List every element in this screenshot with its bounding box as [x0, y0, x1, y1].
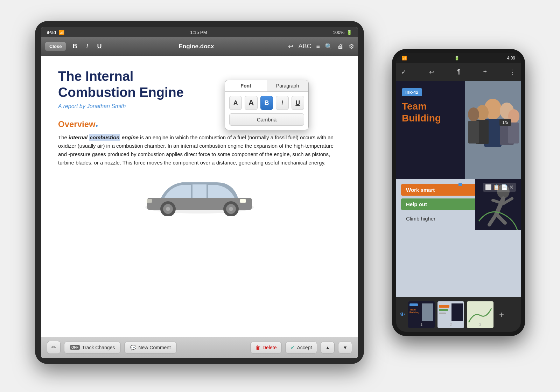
phone-time: 4:09 [507, 56, 515, 61]
doc-highlighted-text: combustion [89, 134, 120, 141]
svg-point-8 [229, 207, 233, 211]
status-right: 100% 🔋 [333, 30, 352, 35]
delete-button[interactable]: 🗑 Delete [250, 342, 282, 354]
status-time: 1:15 PM [190, 30, 207, 35]
status-left: iPad 📶 [47, 30, 64, 35]
font-format-row: A A B I U [229, 96, 304, 110]
slide-title-line1: Team [402, 100, 459, 112]
underline-button[interactable]: U [94, 41, 104, 51]
doc-bold-text: internal [69, 134, 88, 140]
font-bold-btn[interactable]: B [260, 96, 273, 110]
spell-check-icon[interactable]: ABC [298, 43, 311, 50]
track-changes-label: Track Changes [82, 345, 115, 350]
accept-button[interactable]: ✔ Accept [285, 342, 317, 354]
up-arrow-button[interactable]: ▲ [321, 342, 335, 354]
phone-main-content: 1/5 Ink-42 Team Building [396, 81, 521, 332]
tablet-bottom-toolbar: ✏ OFF Track Changes 💬 New Comment 🗑 Dele… [41, 337, 358, 358]
doc-italic-text: engine [122, 134, 139, 140]
svg-rect-19 [468, 121, 479, 144]
wifi-icon: 📶 [59, 30, 64, 35]
font-name-display[interactable]: Cambria [229, 113, 304, 126]
doc-title-line2: Combustion Engine [58, 85, 184, 100]
svg-rect-10 [146, 199, 152, 203]
battery-label: 100% [333, 30, 344, 35]
slide-content-left: Ink-42 Team Building [396, 81, 465, 179]
svg-text:Building: Building [410, 311, 419, 314]
track-changes-button[interactable]: OFF Track Changes [64, 342, 121, 354]
battery-icon: 🔋 [346, 30, 352, 35]
font-popup-body: A A B I U Cambria [225, 92, 308, 130]
slide-photo [465, 81, 521, 179]
svg-rect-30 [410, 303, 418, 306]
comment-icon: 💬 [130, 345, 136, 350]
font-popup-tabs: Font Paragraph [225, 80, 308, 92]
scene: iPad 📶 1:15 PM 100% 🔋 Close B I U Engine… [35, 21, 525, 371]
paste-icon[interactable]: 📄 [501, 184, 508, 190]
more-tool-icon[interactable]: ⋮ [510, 68, 516, 76]
slide-main-title: Team Building [402, 100, 459, 124]
font-size-increase-btn[interactable]: A [245, 96, 257, 110]
italic-button[interactable]: I [83, 41, 91, 51]
crop-icon[interactable]: ⬜ [485, 184, 492, 190]
check-tool-icon[interactable]: ✓ [401, 68, 406, 76]
add-tool-icon[interactable]: + [483, 68, 487, 76]
document-area: The Internal Combustion Engine A report … [41, 56, 358, 337]
phone-battery-icon: 🔋 [454, 56, 460, 61]
font-italic-btn[interactable]: I [276, 96, 288, 110]
off-badge: OFF [70, 345, 80, 350]
car-svg [140, 174, 259, 216]
bold-button[interactable]: B [70, 41, 80, 51]
thumbnail-2[interactable]: 2 [438, 301, 464, 328]
svg-point-5 [166, 207, 170, 211]
view-icon[interactable]: ≡ [316, 43, 320, 50]
trash-icon: 🗑 [255, 345, 260, 350]
close-button[interactable]: Close [45, 42, 66, 51]
svg-rect-37 [439, 313, 446, 314]
doc-body[interactable]: The internal combustion engine is an eng… [58, 133, 341, 167]
new-comment-label: New Comment [138, 345, 171, 350]
tablet-status-bar: iPad 📶 1:15 PM 100% 🔋 [41, 27, 358, 37]
svg-rect-2 [192, 184, 206, 198]
paragraph-tab[interactable]: Paragraph [267, 80, 308, 91]
check-icon: ✔ [290, 345, 295, 350]
svg-point-18 [468, 107, 479, 121]
thumb-num-3: 3 [479, 322, 481, 327]
document-title: Engine.docx [108, 43, 285, 50]
phone-main-slide: Ink-42 Team Building [396, 81, 521, 179]
slide-counter: 1/5 [499, 119, 511, 126]
font-size-decrease-btn[interactable]: A [229, 96, 242, 110]
add-slide-button[interactable]: + [496, 310, 507, 320]
search-icon[interactable]: 🔍 [325, 43, 332, 50]
undo-tool-icon[interactable]: ↩ [429, 68, 434, 76]
svg-rect-38 [451, 303, 463, 321]
people-illustration [465, 81, 521, 179]
phone-wifi-icon: 📶 [402, 56, 407, 61]
font-tab[interactable]: Font [225, 80, 267, 91]
settings-icon[interactable]: ⚙ [349, 43, 354, 50]
font-underline-btn[interactable]: U [292, 96, 304, 110]
pencil-button[interactable]: ✏ [47, 341, 61, 354]
accept-label: Accept [297, 345, 312, 350]
thumbnail-3[interactable]: 3 [467, 301, 493, 328]
undo-icon[interactable]: ↩ [288, 43, 293, 50]
car-illustration [58, 174, 341, 217]
format-tool-icon[interactable]: ¶ [457, 68, 461, 76]
phone-toolbar: ✓ ↩ ¶ + ⋮ [396, 63, 521, 81]
thumbnail-1[interactable]: Team Building 1 [408, 301, 435, 328]
phone-status-bar: 📶 🔋 4:09 [396, 53, 521, 63]
svg-rect-36 [439, 309, 448, 311]
tablet-device: iPad 📶 1:15 PM 100% 🔋 Close B I U Engine… [35, 21, 364, 364]
tablet-toolbar: Close B I U Engine.docx ↩ ABC ≡ 🔍 🖨 ⚙ [41, 37, 358, 56]
svg-rect-35 [439, 305, 449, 308]
down-arrow-button[interactable]: ▼ [338, 342, 352, 354]
copy-icon[interactable]: 📋 [493, 184, 500, 190]
svg-rect-9 [240, 199, 246, 203]
delete-label: Delete [262, 345, 276, 350]
phone-screen: 📶 🔋 4:09 ✓ ↩ ¶ + ⋮ 1/5 [396, 53, 521, 332]
toolbar-right-icons: ↩ ABC ≡ 🔍 🖨 ⚙ [288, 43, 354, 50]
close-slide-icon[interactable]: ✕ [509, 184, 514, 190]
print-icon[interactable]: 🖨 [337, 43, 344, 50]
font-popup: Font Paragraph A A B I U Cambria [225, 80, 309, 130]
slide-title-line2: Building [402, 112, 459, 124]
new-comment-button[interactable]: 💬 New Comment [124, 342, 177, 354]
